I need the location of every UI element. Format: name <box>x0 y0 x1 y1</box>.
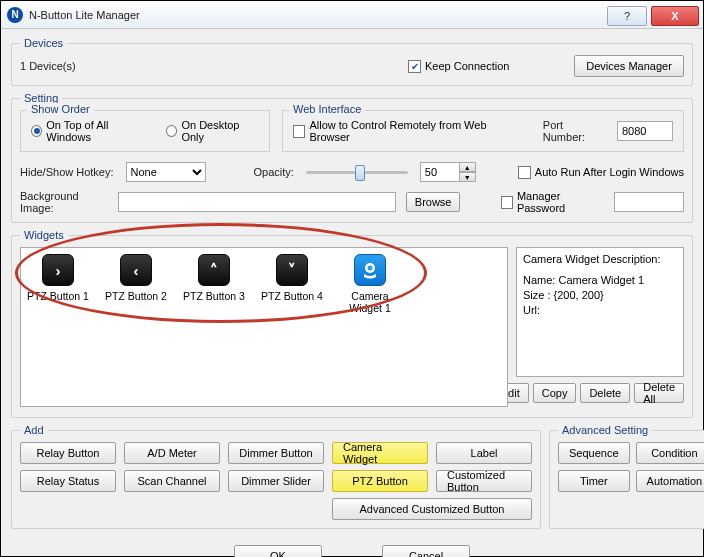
widget-label: PTZ Button 3 <box>183 290 245 302</box>
widget-item-ptz2[interactable]: ‹ PTZ Button 2 <box>105 254 167 314</box>
automation-button[interactable]: Automation <box>636 470 704 492</box>
add-legend: Add <box>20 424 48 436</box>
widget-label: PTZ Button 2 <box>105 290 167 302</box>
devices-manager-button[interactable]: Devices Manager <box>574 55 684 77</box>
checkbox-icon <box>501 196 513 209</box>
add-dimmer-slider-button[interactable]: Dimmer Slider <box>228 470 324 492</box>
ptz-down-icon: ˅ <box>276 254 308 286</box>
widget-item-ptz3[interactable]: ˄ PTZ Button 3 <box>183 254 245 314</box>
widget-item-ptz4[interactable]: ˅ PTZ Button 4 <box>261 254 323 314</box>
opacity-spin[interactable]: ▲▼ <box>420 162 476 182</box>
widgets-legend: Widgets <box>20 229 68 241</box>
opacity-value-input[interactable] <box>420 162 460 182</box>
timer-button[interactable]: Timer <box>558 470 630 492</box>
autorun-checkbox[interactable]: Auto Run After Login Windows <box>518 166 684 179</box>
ptz-right-icon: › <box>42 254 74 286</box>
port-number-input[interactable] <box>617 121 673 141</box>
add-label-button[interactable]: Label <box>436 442 532 464</box>
desc-url: Url: <box>523 303 677 318</box>
delete-button[interactable]: Delete <box>580 383 630 403</box>
widgets-list[interactable]: › PTZ Button 1 ‹ PTZ Button 2 ˄ PTZ Butt… <box>20 247 508 407</box>
svg-point-1 <box>368 266 373 271</box>
widget-label: PTZ Button 1 <box>27 290 89 302</box>
camera-icon <box>354 254 386 286</box>
manager-password-checkbox[interactable]: Manager Password <box>501 190 604 214</box>
widget-label: PTZ Button 4 <box>261 290 323 302</box>
keep-connection-label: Keep Connection <box>425 60 509 72</box>
ok-button[interactable]: OK <box>234 545 322 557</box>
manager-password-label: Manager Password <box>517 190 604 214</box>
bg-image-input[interactable] <box>118 192 396 212</box>
copy-button[interactable]: Copy <box>533 383 577 403</box>
add-ad-meter-button[interactable]: A/D Meter <box>124 442 220 464</box>
delete-all-button[interactable]: Delete All <box>634 383 684 403</box>
window-title: N-Button Lite Manager <box>29 9 607 21</box>
add-relay-status-button[interactable]: Relay Status <box>20 470 116 492</box>
cancel-button[interactable]: Cancel <box>382 545 470 557</box>
manager-password-input[interactable] <box>614 192 684 212</box>
device-count: 1 Device(s) <box>20 60 400 72</box>
show-order-group: Show Order On Top of All Windows On Desk… <box>20 110 270 152</box>
allow-remote-label: Allow to Control Remotely from Web Brows… <box>309 119 518 143</box>
close-button[interactable]: X <box>651 6 699 26</box>
radio-on-desktop[interactable]: On Desktop Only <box>166 119 259 143</box>
add-group: Add Relay Button A/D Meter Dimmer Button… <box>11 424 541 529</box>
keep-connection-checkbox[interactable]: ✔ Keep Connection <box>408 60 509 73</box>
widget-item-ptz1[interactable]: › PTZ Button 1 <box>27 254 89 314</box>
hotkey-select[interactable]: None <box>126 162 206 182</box>
desc-name: Name: Camera Widget 1 <box>523 273 677 288</box>
widget-description-box: Camera Widget Description: Name: Camera … <box>516 247 684 377</box>
checkbox-icon <box>518 166 531 179</box>
widget-description-panel: Camera Widget Description: Name: Camera … <box>516 247 684 407</box>
ptz-up-icon: ˄ <box>198 254 230 286</box>
condition-button[interactable]: Condition <box>636 442 704 464</box>
titlebar: N N-Button Lite Manager ? X <box>1 1 703 29</box>
autorun-label: Auto Run After Login Windows <box>535 166 684 178</box>
spin-down-icon[interactable]: ▼ <box>460 172 476 182</box>
add-relay-button[interactable]: Relay Button <box>20 442 116 464</box>
add-dimmer-button[interactable]: Dimmer Button <box>228 442 324 464</box>
spin-up-icon[interactable]: ▲ <box>460 162 476 172</box>
widget-label: Camera Widget 1 <box>339 290 401 314</box>
checkbox-check-icon: ✔ <box>408 60 421 73</box>
close-icon: X <box>671 10 678 22</box>
advanced-legend: Advanced Setting <box>558 424 652 436</box>
add-customized-button[interactable]: Customized Button <box>436 470 532 492</box>
widget-item-camera[interactable]: Camera Widget 1 <box>339 254 401 314</box>
desc-title: Camera Widget Description: <box>523 252 677 267</box>
devices-group: Devices 1 Device(s) ✔ Keep Connection De… <box>11 37 693 86</box>
devices-legend: Devices <box>20 37 67 49</box>
allow-remote-checkbox[interactable]: Allow to Control Remotely from Web Brows… <box>293 119 519 143</box>
web-interface-group: Web Interface Allow to Control Remotely … <box>282 110 684 152</box>
setting-group: Setting Show Order On Top of All Windows… <box>11 92 693 223</box>
web-interface-legend: Web Interface <box>289 103 365 115</box>
app-window: N N-Button Lite Manager ? X Devices 1 De… <box>0 0 704 557</box>
help-icon: ? <box>624 10 630 22</box>
radio-on-top-label: On Top of All Windows <box>46 119 148 143</box>
show-order-legend: Show Order <box>27 103 94 115</box>
app-logo-icon: N <box>7 7 23 23</box>
checkbox-icon <box>293 125 305 138</box>
add-scan-channel-button[interactable]: Scan Channel <box>124 470 220 492</box>
port-number-label: Port Number: <box>543 119 605 143</box>
browse-button[interactable]: Browse <box>406 192 461 212</box>
sequence-button[interactable]: Sequence <box>558 442 630 464</box>
desc-size: Size : {200, 200} <box>523 288 677 303</box>
radio-on-desktop-label: On Desktop Only <box>181 119 259 143</box>
add-camera-widget-button[interactable]: Camera Widget <box>332 442 428 464</box>
advanced-setting-group: Advanced Setting Sequence Condition Time… <box>549 424 704 529</box>
widgets-group: Widgets › PTZ Button 1 ‹ PTZ Button 2 <box>11 229 693 418</box>
slider-thumb-icon <box>355 165 365 181</box>
add-advanced-customized-button[interactable]: Advanced Customized Button <box>332 498 532 520</box>
bg-image-label: Background Image: <box>20 190 108 214</box>
opacity-label: Opacity: <box>254 166 294 178</box>
hotkey-label: Hide/Show Hotkey: <box>20 166 114 178</box>
help-button[interactable]: ? <box>607 6 647 26</box>
add-ptz-button[interactable]: PTZ Button <box>332 470 428 492</box>
opacity-slider[interactable] <box>306 162 408 182</box>
ptz-left-icon: ‹ <box>120 254 152 286</box>
radio-on-top[interactable]: On Top of All Windows <box>31 119 148 143</box>
